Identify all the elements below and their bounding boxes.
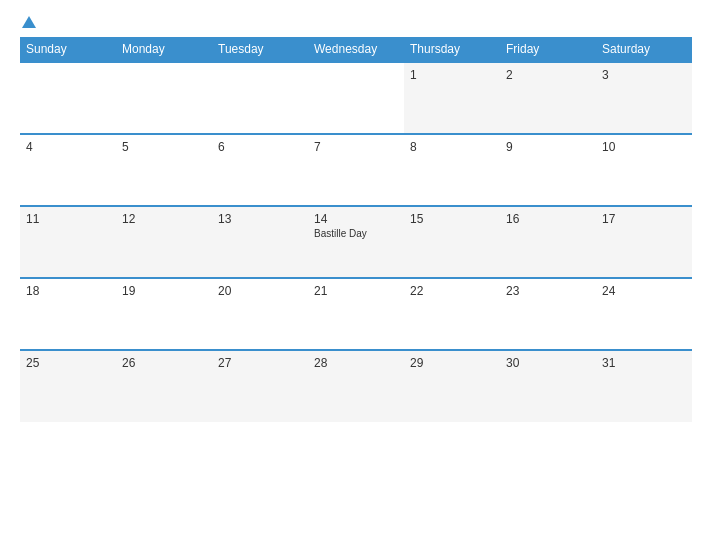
calendar-cell: 1 [404,62,500,134]
calendar-cell: 9 [500,134,596,206]
day-number: 29 [410,356,494,370]
calendar-cell: 15 [404,206,500,278]
day-number: 16 [506,212,590,226]
calendar-cell [116,62,212,134]
calendar-week-1: 123 [20,62,692,134]
day-number: 8 [410,140,494,154]
day-number: 18 [26,284,110,298]
calendar-cell: 12 [116,206,212,278]
calendar-cell: 5 [116,134,212,206]
calendar-cell: 28 [308,350,404,422]
day-number: 31 [602,356,686,370]
day-number: 1 [410,68,494,82]
day-number: 22 [410,284,494,298]
logo [20,16,36,29]
day-number: 4 [26,140,110,154]
day-number: 25 [26,356,110,370]
day-number: 9 [506,140,590,154]
weekday-header-row: SundayMondayTuesdayWednesdayThursdayFrid… [20,37,692,62]
day-number: 30 [506,356,590,370]
calendar-cell: 2 [500,62,596,134]
day-number: 17 [602,212,686,226]
calendar-cell: 19 [116,278,212,350]
calendar-cell: 16 [500,206,596,278]
day-number: 6 [218,140,302,154]
day-number: 23 [506,284,590,298]
calendar-cell: 7 [308,134,404,206]
calendar-cell: 31 [596,350,692,422]
day-number: 13 [218,212,302,226]
day-number: 20 [218,284,302,298]
calendar-header: SundayMondayTuesdayWednesdayThursdayFrid… [20,37,692,62]
calendar-week-3: 11121314Bastille Day151617 [20,206,692,278]
calendar-cell [308,62,404,134]
weekday-header-tuesday: Tuesday [212,37,308,62]
calendar-cell: 20 [212,278,308,350]
calendar-cell: 23 [500,278,596,350]
calendar-cell: 11 [20,206,116,278]
calendar-cell: 25 [20,350,116,422]
day-number: 12 [122,212,206,226]
day-number: 2 [506,68,590,82]
day-number: 15 [410,212,494,226]
calendar-table: SundayMondayTuesdayWednesdayThursdayFrid… [20,37,692,422]
weekday-header-monday: Monday [116,37,212,62]
calendar-event: Bastille Day [314,228,398,239]
day-number: 27 [218,356,302,370]
day-number: 21 [314,284,398,298]
day-number: 3 [602,68,686,82]
calendar-cell: 24 [596,278,692,350]
calendar-cell: 10 [596,134,692,206]
calendar-cell: 3 [596,62,692,134]
calendar-cell [212,62,308,134]
calendar-cell: 27 [212,350,308,422]
calendar-body: 1234567891011121314Bastille Day151617181… [20,62,692,422]
weekday-header-friday: Friday [500,37,596,62]
calendar-cell: 13 [212,206,308,278]
weekday-header-thursday: Thursday [404,37,500,62]
weekday-header-sunday: Sunday [20,37,116,62]
weekday-header-wednesday: Wednesday [308,37,404,62]
day-number: 19 [122,284,206,298]
day-number: 14 [314,212,398,226]
day-number: 26 [122,356,206,370]
calendar-cell: 18 [20,278,116,350]
calendar-week-5: 25262728293031 [20,350,692,422]
day-number: 11 [26,212,110,226]
calendar-cell: 6 [212,134,308,206]
calendar-cell: 22 [404,278,500,350]
day-number: 24 [602,284,686,298]
day-number: 7 [314,140,398,154]
calendar-cell [20,62,116,134]
calendar-cell: 17 [596,206,692,278]
logo-triangle-icon [22,16,36,28]
calendar-cell: 4 [20,134,116,206]
day-number: 10 [602,140,686,154]
calendar-week-4: 18192021222324 [20,278,692,350]
calendar-cell: 14Bastille Day [308,206,404,278]
calendar-cell: 29 [404,350,500,422]
calendar-cell: 26 [116,350,212,422]
day-number: 5 [122,140,206,154]
calendar-week-2: 45678910 [20,134,692,206]
calendar-cell: 30 [500,350,596,422]
header [20,16,692,29]
page: SundayMondayTuesdayWednesdayThursdayFrid… [0,0,712,550]
calendar-cell: 21 [308,278,404,350]
calendar-cell: 8 [404,134,500,206]
day-number: 28 [314,356,398,370]
weekday-header-saturday: Saturday [596,37,692,62]
